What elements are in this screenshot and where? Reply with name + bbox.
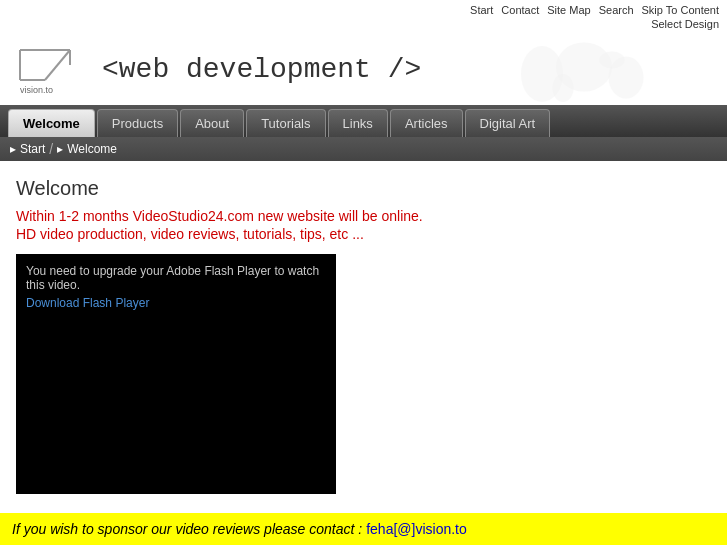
announcement-line2: HD video production, video reviews, tuto…: [16, 226, 711, 242]
nav-tab-digital-art[interactable]: Digital Art: [465, 109, 551, 137]
page-title: Welcome: [16, 177, 711, 200]
announcement-line1: Within 1-2 months VideoStudio24.com new …: [16, 208, 711, 224]
main-content: Welcome Within 1-2 months VideoStudio24.…: [0, 161, 727, 504]
nav-tab-products[interactable]: Products: [97, 109, 178, 137]
flash-player-area: You need to upgrade your Adobe Flash Pla…: [16, 254, 336, 494]
nav-tab-articles[interactable]: Articles: [390, 109, 463, 137]
breadcrumb-welcome[interactable]: ▸ Welcome: [57, 142, 117, 156]
breadcrumb-welcome-arrow: ▸: [57, 142, 63, 156]
site-title: <web development />: [102, 54, 421, 85]
topbar-sitemap-link[interactable]: Site Map: [547, 4, 590, 16]
sponsor-text: If you wish to sponsor our video reviews…: [12, 521, 362, 537]
topbar-skip-link[interactable]: Skip To Content: [642, 4, 719, 16]
topbar-contact-link[interactable]: Contact: [501, 4, 539, 16]
world-map-decoration: [487, 39, 667, 109]
nav-tab-welcome[interactable]: Welcome: [8, 109, 95, 137]
breadcrumb: ▸ Start / ▸ Welcome: [0, 137, 727, 161]
sponsor-bar: If you wish to sponsor our video reviews…: [0, 513, 727, 545]
top-bar: Start Contact Site Map Search Skip To Co…: [0, 0, 727, 18]
svg-text:vision.to: vision.to: [20, 85, 53, 95]
logo: vision.to: [12, 42, 92, 97]
svg-point-10: [599, 52, 624, 69]
sponsor-email-link[interactable]: feha[@]vision.to: [366, 521, 467, 537]
main-nav: Welcome Products About Tutorials Links A…: [0, 105, 727, 137]
flash-download-link[interactable]: Download Flash Player: [26, 296, 326, 310]
flash-message: You need to upgrade your Adobe Flash Pla…: [26, 264, 319, 292]
breadcrumb-separator: /: [49, 141, 53, 157]
svg-point-9: [553, 74, 574, 102]
topbar-search-link[interactable]: Search: [599, 4, 634, 16]
nav-tab-links[interactable]: Links: [328, 109, 388, 137]
svg-line-3: [45, 50, 70, 80]
select-design-row: Select Design: [0, 18, 727, 34]
logo-area: vision.to <web development />: [12, 42, 421, 97]
nav-tab-about[interactable]: About: [180, 109, 244, 137]
topbar-start-link[interactable]: Start: [470, 4, 493, 16]
breadcrumb-start[interactable]: ▸ Start: [10, 142, 45, 156]
breadcrumb-start-arrow: ▸: [10, 142, 16, 156]
select-design-button[interactable]: Select Design: [651, 18, 719, 30]
site-header: vision.to <web development />: [0, 34, 727, 105]
logo-svg: vision.to: [15, 45, 90, 95]
nav-tab-tutorials[interactable]: Tutorials: [246, 109, 325, 137]
